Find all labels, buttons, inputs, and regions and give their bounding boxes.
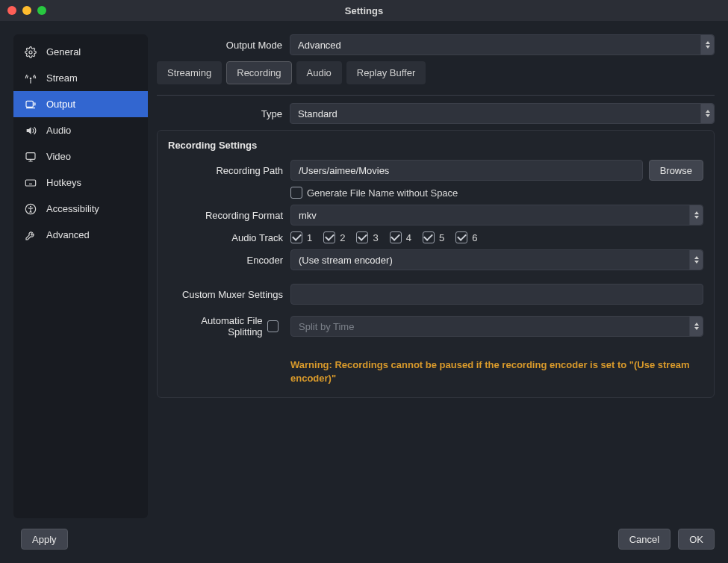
type-select[interactable]: Standard [290, 103, 715, 124]
apply-button[interactable]: Apply [21, 529, 68, 550]
svg-point-6 [30, 205, 31, 207]
sidebar-item-label: Hotkeys [46, 177, 81, 188]
speaker-icon [24, 125, 37, 137]
encoder-select[interactable]: (Use stream encoder) [290, 249, 703, 270]
output-icon [24, 99, 37, 111]
sidebar-item-general[interactable]: General [13, 39, 148, 65]
recording-format-label: Recording Format [168, 210, 290, 221]
sidebar-item-label: Audio [46, 125, 71, 136]
sidebar-item-label: Video [46, 151, 71, 162]
audio-track-1-checkbox[interactable] [290, 231, 302, 243]
sidebar-item-output[interactable]: Output [13, 91, 148, 117]
titlebar: Settings [0, 0, 728, 21]
stepper-icon [700, 35, 714, 55]
encoder-label: Encoder [168, 255, 290, 266]
recording-path-input[interactable]: /Users/aimee/Movies [290, 160, 643, 181]
sidebar-item-stream[interactable]: Stream [13, 65, 148, 91]
content-pane: Output Mode Advanced Streaming Recording… [157, 34, 715, 518]
svg-rect-2 [26, 101, 33, 107]
sidebar-item-hotkeys[interactable]: Hotkeys [13, 169, 148, 196]
cancel-button[interactable]: Cancel [618, 529, 671, 550]
type-label: Type [157, 108, 290, 119]
audio-track-3-checkbox[interactable] [356, 231, 368, 243]
custom-muxer-input[interactable] [290, 284, 703, 305]
recording-path-label: Recording Path [168, 165, 290, 176]
sidebar-item-label: Stream [46, 72, 78, 84]
tab-audio[interactable]: Audio [296, 61, 342, 84]
split-mode-select[interactable]: Split by Time [290, 316, 703, 337]
ok-button[interactable]: OK [678, 529, 715, 550]
svg-point-0 [29, 51, 32, 54]
svg-rect-3 [26, 152, 35, 159]
footer: Apply Cancel OK [13, 529, 715, 550]
tools-icon [24, 229, 37, 241]
audio-track-5-checkbox[interactable] [423, 231, 435, 243]
tab-recording[interactable]: Recording [226, 61, 291, 84]
monitor-icon [24, 151, 37, 163]
sidebar-item-label: Output [46, 99, 75, 110]
sidebar-item-label: Advanced [46, 229, 90, 240]
tab-replay-buffer[interactable]: Replay Buffer [346, 61, 426, 84]
sidebar-item-label: General [46, 46, 81, 57]
output-mode-value: Advanced [298, 40, 341, 51]
encoder-warning: Warning: Recordings cannot be paused if … [290, 358, 703, 385]
stepper-icon [689, 205, 703, 225]
keyboard-icon [24, 177, 37, 189]
accessibility-icon [24, 203, 37, 215]
audio-track-label: Audio Track [168, 232, 290, 243]
auto-split-checkbox[interactable] [267, 320, 279, 332]
divider [157, 95, 715, 96]
output-tabs: Streaming Recording Audio Replay Buffer [157, 61, 715, 84]
browse-button[interactable]: Browse [649, 160, 703, 181]
antenna-icon [24, 72, 37, 84]
sidebar-item-video[interactable]: Video [13, 143, 148, 169]
output-mode-label: Output Mode [157, 40, 290, 51]
stepper-icon [689, 317, 703, 336]
auto-split-label: Automatic File Splitting [168, 315, 263, 338]
audio-track-2-checkbox[interactable] [323, 231, 335, 243]
sidebar-item-label: Accessibility [46, 203, 99, 214]
panel-title: Recording Settings [168, 140, 703, 151]
tab-streaming[interactable]: Streaming [157, 61, 222, 84]
generate-no-space-label: Generate File Name without Space [307, 187, 458, 199]
output-mode-select[interactable]: Advanced [290, 34, 715, 55]
sidebar-item-accessibility[interactable]: Accessibility [13, 196, 148, 222]
sidebar: General Stream Output Audio [13, 34, 148, 518]
gear-icon [24, 46, 37, 58]
type-value: Standard [298, 108, 337, 119]
recording-format-select[interactable]: mkv [290, 205, 703, 225]
stepper-icon [689, 250, 703, 270]
svg-rect-4 [25, 180, 35, 186]
audio-track-4-checkbox[interactable] [390, 231, 402, 243]
sidebar-item-audio[interactable]: Audio [13, 117, 148, 143]
generate-no-space-checkbox[interactable] [290, 187, 302, 199]
svg-point-1 [30, 77, 32, 79]
sidebar-item-advanced[interactable]: Advanced [13, 222, 148, 248]
audio-track-6-checkbox[interactable] [455, 231, 467, 243]
custom-muxer-label: Custom Muxer Settings [168, 289, 290, 300]
recording-settings-panel: Recording Settings Recording Path /Users… [157, 130, 715, 398]
window-title: Settings [0, 5, 728, 16]
stepper-icon [700, 104, 714, 123]
